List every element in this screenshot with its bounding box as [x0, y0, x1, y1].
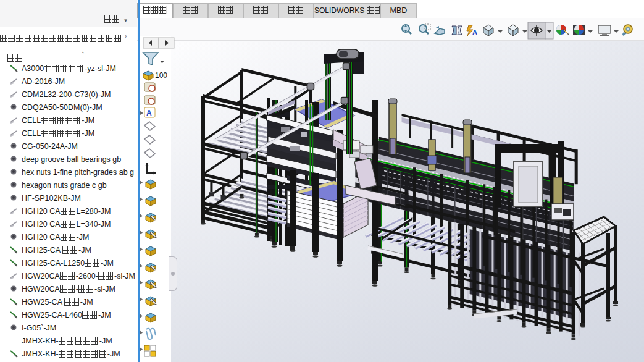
svg-text:100: 100	[155, 71, 167, 80]
svg-text:A: A	[472, 28, 477, 36]
svg-text:A: A	[146, 109, 152, 117]
